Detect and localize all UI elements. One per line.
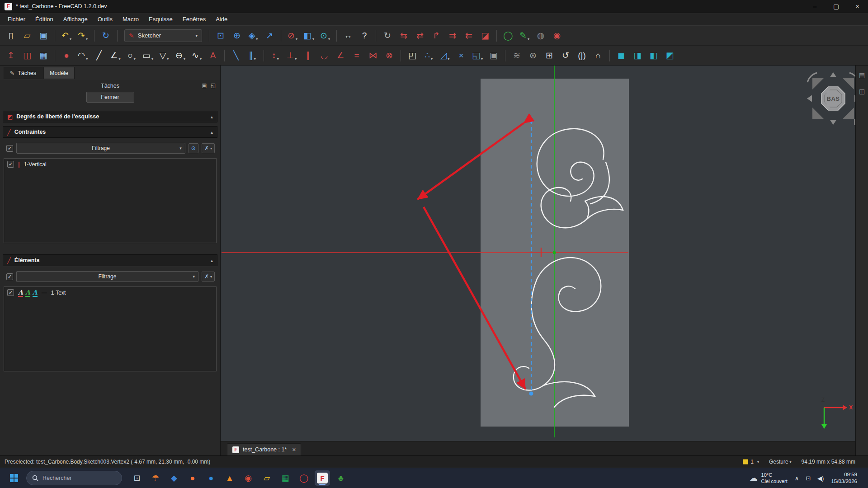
draw-style-button[interactable]: ⊘▾ — [285, 28, 300, 43]
elements-filter-checkbox[interactable]: ✓ — [6, 273, 13, 280]
refresh-button[interactable]: ↻ — [98, 28, 113, 43]
constraint-tangent-button[interactable]: ◡ — [316, 48, 332, 63]
view-sketch-plane-button[interactable]: ▦ — [36, 48, 51, 63]
edge-taskbar-button[interactable]: ● — [203, 470, 219, 486]
vlc-taskbar-button[interactable]: ▲ — [222, 470, 237, 486]
collapse-icon[interactable]: ▴ — [211, 258, 213, 263]
construction-line-button[interactable]: ╲ — [228, 48, 244, 63]
save-file-button[interactable]: ▣ — [36, 28, 51, 43]
constraint-vertical-button[interactable]: ⊥▾ — [284, 48, 299, 63]
pad-button[interactable]: ◼ — [613, 48, 629, 63]
constraint-row-vertical[interactable]: ✓ | 1-Vertical — [4, 159, 216, 170]
menu-esquisse[interactable]: Esquisse — [144, 14, 178, 24]
select-constraints-button[interactable]: ◰ — [405, 48, 420, 63]
rotate-view-button[interactable]: ↻ — [380, 28, 395, 43]
edit-sketch-button[interactable]: ✎▾ — [517, 28, 532, 43]
taskbar-clock[interactable]: 09:59 15/03/2026 — [831, 471, 857, 485]
menu-affichage[interactable]: Affichage — [58, 14, 93, 24]
show-constraints-button[interactable]: ⊙ — [189, 143, 198, 153]
menu-aide[interactable]: Aide — [211, 14, 232, 24]
layer-selector[interactable]: 1 ▾ — [743, 459, 759, 465]
element-checkbox[interactable]: ✓ — [7, 289, 14, 296]
sketch-scene[interactable]: BAS Z X — [221, 66, 855, 441]
view-sphere-button[interactable]: ◍ — [533, 28, 548, 43]
3d-viewport[interactable]: BAS Z X — [221, 66, 855, 441]
internal-alignment-button[interactable]: ≋ — [509, 48, 524, 63]
whats-this-button[interactable]: ? — [357, 28, 372, 43]
create-text-button[interactable]: A — [205, 48, 221, 63]
close-button[interactable]: × — [847, 0, 868, 13]
menu-outils[interactable]: Outils — [93, 14, 118, 24]
search-input[interactable] — [42, 475, 110, 481]
mini-cube-icon[interactable] — [854, 119, 855, 125]
carbon-copy-button[interactable]: ▣ — [486, 48, 501, 63]
collapse-panel-icon[interactable]: ◱ — [211, 82, 216, 89]
section-constraints[interactable]: ╱ Contraintes ▴ — [3, 126, 217, 138]
stop-operation-button[interactable]: ↺ — [558, 48, 573, 63]
menu-macro[interactable]: Macro — [118, 14, 144, 24]
hidden-icons-icon[interactable]: ∧ — [795, 475, 799, 482]
external-geometry-button[interactable]: ◱▾ — [470, 48, 485, 63]
create-slot-button[interactable]: ⊖▾ — [173, 48, 188, 63]
firefox-taskbar-button[interactable]: ● — [185, 470, 200, 486]
volume-icon[interactable]: ◀) — [817, 475, 824, 482]
create-rectangle-button[interactable]: ▭▾ — [140, 48, 156, 63]
constraints-filter-checkbox[interactable]: ✓ — [6, 145, 13, 152]
fit-selection-button[interactable]: ↗ — [262, 28, 277, 43]
map-sketch-button[interactable]: ⇆ — [396, 28, 411, 43]
open-file-button[interactable]: ▱ — [19, 28, 35, 43]
fillet-button[interactable]: ◿▾ — [437, 48, 453, 63]
section-dof[interactable]: ◩ Degrés de liberté de l'esquisse ▴ — [3, 111, 217, 122]
switch-virtual-space-button[interactable]: (|) — [574, 48, 590, 63]
constraint-parallel-button[interactable]: ∥ — [300, 48, 316, 63]
dock-panel-button[interactable]: ▤ — [857, 70, 867, 80]
cast-icon[interactable]: ⊡ — [806, 475, 811, 482]
nav-arrow-up[interactable] — [830, 72, 837, 77]
nav-arrow-left[interactable] — [807, 95, 812, 102]
taskbar-search[interactable] — [26, 471, 122, 485]
zoom-sync-button[interactable]: ⊙▾ — [317, 28, 333, 43]
document-tab[interactable]: F test_Carbone : 1* × — [227, 443, 301, 455]
create-line-button[interactable]: ╱ — [91, 48, 107, 63]
maximize-button[interactable]: ▢ — [826, 0, 847, 13]
origin-point[interactable] — [553, 251, 556, 254]
create-point-button[interactable]: ● — [59, 48, 74, 63]
element-row-text[interactable]: ✓ A A A — 1-Text — [4, 287, 216, 298]
fit-all-button[interactable]: ◈▾ — [245, 28, 261, 43]
leave-sketch-button[interactable]: ↥ — [3, 48, 19, 63]
workbench-selector[interactable]: ✎ Sketcher ▾ — [124, 29, 202, 42]
pocket-button[interactable]: ◨ — [630, 48, 645, 63]
attach-sketch-button[interactable]: ↱ — [429, 28, 444, 43]
nav-style-selector[interactable]: Gesture ▾ — [769, 459, 792, 465]
redo-button[interactable]: ↷▾ — [75, 28, 90, 43]
minimize-button[interactable]: – — [804, 0, 826, 13]
fermer-button[interactable]: Fermer — [86, 92, 134, 103]
chrome-taskbar-button[interactable]: ◉ — [241, 470, 256, 486]
task-view-taskbar-button[interactable]: ⊡ — [129, 470, 145, 486]
collapse-icon[interactable]: ▴ — [211, 114, 213, 119]
close-tab-icon[interactable]: × — [292, 446, 296, 453]
start-button[interactable] — [6, 470, 22, 486]
menu-edition[interactable]: Édition — [30, 14, 58, 24]
constraint-angle-button[interactable]: ∠ — [333, 48, 348, 63]
zoom-button[interactable]: ⊕ — [229, 28, 245, 43]
trim-button[interactable]: × — [453, 48, 469, 63]
view-isometric-button[interactable]: ◧▾ — [301, 28, 316, 43]
file-explorer-taskbar-button[interactable]: ▱ — [259, 470, 274, 486]
zoom-box-button[interactable]: ⊡ — [213, 28, 228, 43]
create-polygon-button[interactable]: ▽▾ — [156, 48, 172, 63]
collapse-icon[interactable]: ▴ — [211, 130, 213, 135]
revolution-button[interactable]: ◧ — [646, 48, 661, 63]
mirror-sketch-button[interactable]: ◪ — [477, 28, 493, 43]
select-elements-button[interactable]: ⊞ — [542, 48, 557, 63]
section-elements[interactable]: ╱ Éléments ▴ — [3, 254, 217, 266]
loft-button[interactable]: ◩ — [662, 48, 678, 63]
spreadsheet-taskbar-button[interactable]: ▦ — [278, 470, 293, 486]
plant-app-taskbar-button[interactable]: ♣ — [333, 470, 349, 486]
view-section-button[interactable]: ◫ — [19, 48, 35, 63]
elements-settings-button[interactable]: ✗ ▾ — [202, 272, 215, 282]
toggle-construction-button[interactable]: ∥▾ — [245, 48, 260, 63]
java-taskbar-button[interactable]: ☂ — [148, 470, 163, 486]
sketch-settings-button[interactable]: ⊛ — [525, 48, 541, 63]
constraints-filter-dropdown[interactable]: Filtrage ▾ — [16, 143, 185, 154]
